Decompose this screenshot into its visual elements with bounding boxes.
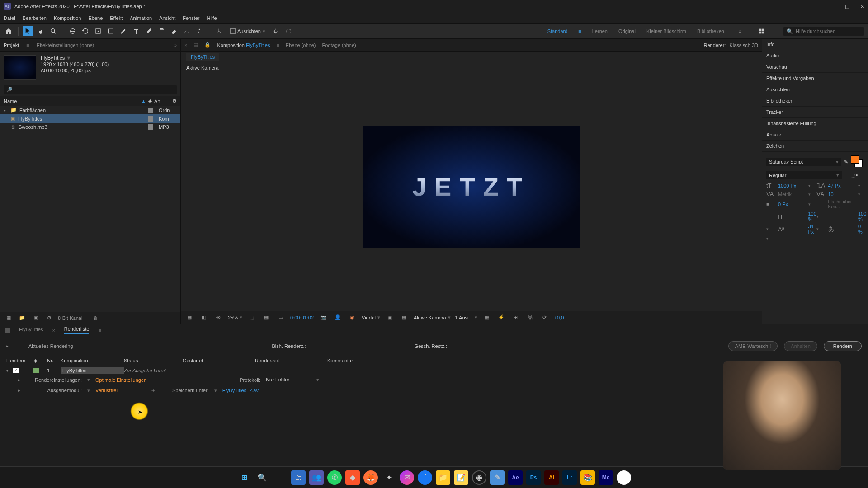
explorer-icon[interactable]: 🗂 xyxy=(291,470,306,485)
start-icon[interactable]: ⊞ xyxy=(237,470,251,485)
interpret-footage-icon[interactable]: ▦ xyxy=(4,313,14,323)
refresh-icon[interactable]: ⟳ xyxy=(540,313,550,323)
guides-icon[interactable]: ▭ xyxy=(276,313,286,323)
breadcrumb[interactable]: FlyByTitles xyxy=(186,53,219,61)
snap-options-icon[interactable] xyxy=(271,26,281,36)
col-settings-icon[interactable]: ⚙ xyxy=(172,98,177,104)
panel-absatz[interactable]: Absatz xyxy=(762,129,868,141)
minimize-icon[interactable]: — xyxy=(829,4,834,9)
snapshot-icon[interactable]: 📷 xyxy=(318,313,328,323)
col-type[interactable]: Art xyxy=(154,99,172,104)
workspace-bibliotheken[interactable]: Bibliotheken xyxy=(697,28,724,34)
facebook-icon[interactable]: f xyxy=(418,470,432,485)
views-dropdown[interactable]: 1 Ansi... ▾ xyxy=(455,314,477,320)
stop-button[interactable]: Anhalten xyxy=(784,341,817,351)
menu-animation[interactable]: Animation xyxy=(130,15,152,21)
pixel-aspect-icon[interactable]: ▦ xyxy=(482,313,492,323)
menu-ansicht[interactable]: Ansicht xyxy=(159,15,175,21)
task-view-icon[interactable]: ▭ xyxy=(273,470,288,485)
viewer-lock-icon[interactable]: 🔒 xyxy=(204,42,211,48)
render-settings-twirl[interactable]: ▸ xyxy=(18,378,20,382)
render-checkbox[interactable]: ✓ xyxy=(13,368,19,373)
pen-tool-icon[interactable] xyxy=(118,26,128,36)
menu-ebene[interactable]: Ebene xyxy=(88,15,103,21)
roto-tool-icon[interactable] xyxy=(182,26,192,36)
maximize-icon[interactable]: ▢ xyxy=(845,4,849,9)
timeline-icon[interactable]: ⊞ xyxy=(511,313,521,323)
output-module-twirl[interactable]: ▸ xyxy=(18,388,20,393)
photoshop-icon[interactable]: Ps xyxy=(526,470,541,485)
label-col-icon[interactable]: ◈ xyxy=(33,358,47,364)
after-effects-icon[interactable]: Ae xyxy=(508,470,523,485)
obs-icon[interactable]: ◉ xyxy=(472,470,486,485)
menu-fenster[interactable]: Fenster xyxy=(183,15,199,21)
puppet-tool-icon[interactable] xyxy=(194,26,204,36)
zoom-tool-icon[interactable] xyxy=(48,26,58,36)
workspace-overflow-icon[interactable]: » xyxy=(739,28,741,34)
lightroom-icon[interactable]: Lr xyxy=(562,470,577,485)
snap-bounds-icon[interactable] xyxy=(283,26,293,36)
zoom-level[interactable]: 25% ▾ xyxy=(228,314,242,320)
current-render-twirl[interactable]: ▸ xyxy=(6,344,9,348)
channel-icon[interactable]: ◧ xyxy=(199,313,209,323)
files-icon[interactable]: 📁 xyxy=(436,470,450,485)
whatsapp-icon[interactable]: ✆ xyxy=(327,470,342,485)
local-axis-icon[interactable] xyxy=(214,26,224,36)
eraser-tool-icon[interactable] xyxy=(169,26,179,36)
stroke-mode[interactable]: Fläche über Kon... xyxy=(828,199,864,209)
project-search[interactable]: 🔎 xyxy=(4,85,177,94)
roi-icon[interactable]: ▣ xyxy=(385,313,395,323)
render-button[interactable]: Rendern xyxy=(824,341,862,351)
panel-vorschau[interactable]: Vorschau xyxy=(762,61,868,73)
panel-ausrichten[interactable]: Ausrichten xyxy=(762,84,868,95)
panel-bibliotheken[interactable]: Bibliotheken xyxy=(762,95,868,107)
current-time[interactable]: 0:00:01:02 xyxy=(290,315,314,320)
workspace-home-icon[interactable] xyxy=(757,26,767,36)
menu-effekt[interactable]: Effekt xyxy=(110,15,123,21)
tab-timeline-comp[interactable]: FlyByTitles xyxy=(19,327,43,334)
font-family-dropdown[interactable]: Saturday Script▾ xyxy=(766,158,841,166)
color-mgmt-icon[interactable]: ◉ xyxy=(347,313,357,323)
kerning[interactable]: Metrik xyxy=(778,192,806,197)
snap-toggle[interactable]: Ausrichten ▾ xyxy=(230,28,265,34)
project-item-comp[interactable]: ▣ FlyByTitles Kom xyxy=(0,114,180,123)
workspace-klein[interactable]: Kleiner Bildschirm xyxy=(646,28,686,34)
col-name[interactable]: Name xyxy=(4,99,17,104)
tab-komposition[interactable]: Komposition FlyByTitles xyxy=(217,42,270,48)
brave-icon[interactable]: ◆ xyxy=(345,470,360,485)
menu-hilfe[interactable]: Hilfe xyxy=(207,15,217,21)
transparency-icon[interactable]: ▦ xyxy=(399,313,409,323)
panel-contentfill[interactable]: Inhaltsbasierte Füllung xyxy=(762,118,868,129)
app-icon-1[interactable]: ✦ xyxy=(382,470,396,485)
tab-ebene[interactable]: Ebene (ohne) xyxy=(286,42,316,48)
home-icon[interactable] xyxy=(4,26,14,36)
ame-queue-button[interactable]: AME-Wartesch.! xyxy=(728,341,778,351)
sort-indicator-icon[interactable]: ▲ xyxy=(141,99,146,104)
mask-icon[interactable]: 👁 xyxy=(213,313,223,323)
shape-tool-icon[interactable] xyxy=(106,26,116,36)
vscale[interactable]: 100 % xyxy=(808,211,814,222)
baseline-shift[interactable]: 34 Px xyxy=(808,224,814,235)
app-icon-3[interactable] xyxy=(617,470,631,485)
lock-icon[interactable]: × xyxy=(184,42,187,48)
delete-icon[interactable]: 🗑 xyxy=(90,313,100,323)
tab-effect-controls[interactable]: Effekteinstellungen (ohne) xyxy=(37,42,94,48)
tab-project[interactable]: Projekt xyxy=(4,42,19,48)
color-swatch[interactable] xyxy=(851,155,863,168)
new-folder-icon[interactable]: 📁 xyxy=(17,313,27,323)
close-icon[interactable]: ✕ xyxy=(860,4,864,9)
hscale[interactable]: 100 % xyxy=(858,211,863,222)
panel-effekte[interactable]: Effekte und Vorgaben xyxy=(762,73,868,84)
brush-tool-icon[interactable] xyxy=(144,26,154,36)
res-auto-icon[interactable]: ⬚ xyxy=(247,313,257,323)
flowchart-icon[interactable]: 品 xyxy=(525,313,535,323)
panel-tracker[interactable]: Tracker xyxy=(762,107,868,118)
output-file-link[interactable]: FlyByTitles_2.avi xyxy=(222,388,260,393)
canvas[interactable]: Aktive Kamera JETZT xyxy=(181,62,762,311)
tab-footage[interactable]: Footage (ohne) xyxy=(322,42,356,48)
taskbar-search-icon[interactable]: 🔍 xyxy=(255,470,269,485)
hand-tool-icon[interactable] xyxy=(36,26,46,36)
project-item-folder[interactable]: ▸ 📁 Farbflächen Ordn xyxy=(0,106,180,114)
grid-icon[interactable]: ▦ xyxy=(261,313,271,323)
renderer-value[interactable]: Klassisch 3D xyxy=(729,42,758,48)
